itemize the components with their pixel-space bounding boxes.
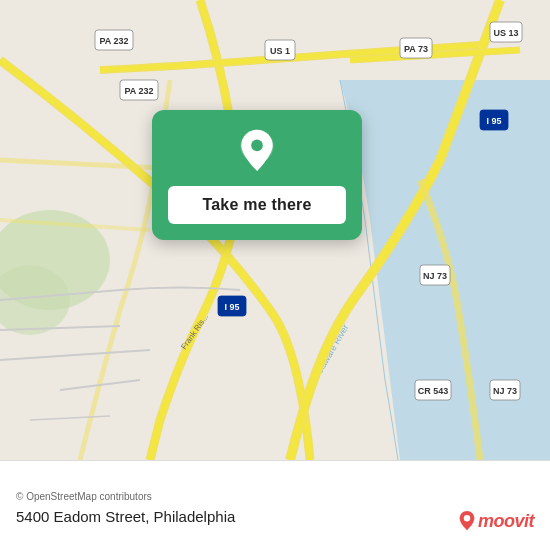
svg-text:NJ 73: NJ 73 bbox=[493, 386, 517, 396]
map-area: Delaware River PA 232 bbox=[0, 0, 550, 460]
svg-text:PA 232: PA 232 bbox=[124, 86, 153, 96]
address-label: 5400 Eadom Street, Philadelphia bbox=[16, 508, 534, 525]
svg-text:PA 232: PA 232 bbox=[99, 36, 128, 46]
svg-text:I 95: I 95 bbox=[486, 116, 501, 126]
svg-text:PA 73: PA 73 bbox=[404, 44, 428, 54]
svg-text:NJ 73: NJ 73 bbox=[423, 271, 447, 281]
moovit-logo: moovit bbox=[458, 510, 534, 532]
osm-attribution: © OpenStreetMap contributors bbox=[16, 491, 534, 502]
moovit-logo-pin bbox=[458, 510, 476, 532]
svg-text:US 1: US 1 bbox=[270, 46, 290, 56]
svg-point-27 bbox=[251, 140, 263, 152]
svg-text:US 13: US 13 bbox=[493, 28, 518, 38]
svg-text:I 95: I 95 bbox=[224, 302, 239, 312]
take-me-there-button[interactable]: Take me there bbox=[168, 186, 346, 224]
moovit-logo-text: moovit bbox=[478, 511, 534, 532]
svg-text:CR 543: CR 543 bbox=[418, 386, 449, 396]
svg-point-28 bbox=[464, 515, 470, 521]
location-card: Take me there bbox=[152, 110, 362, 240]
info-bar: © OpenStreetMap contributors 5400 Eadom … bbox=[0, 460, 550, 550]
location-pin-icon bbox=[233, 128, 281, 176]
